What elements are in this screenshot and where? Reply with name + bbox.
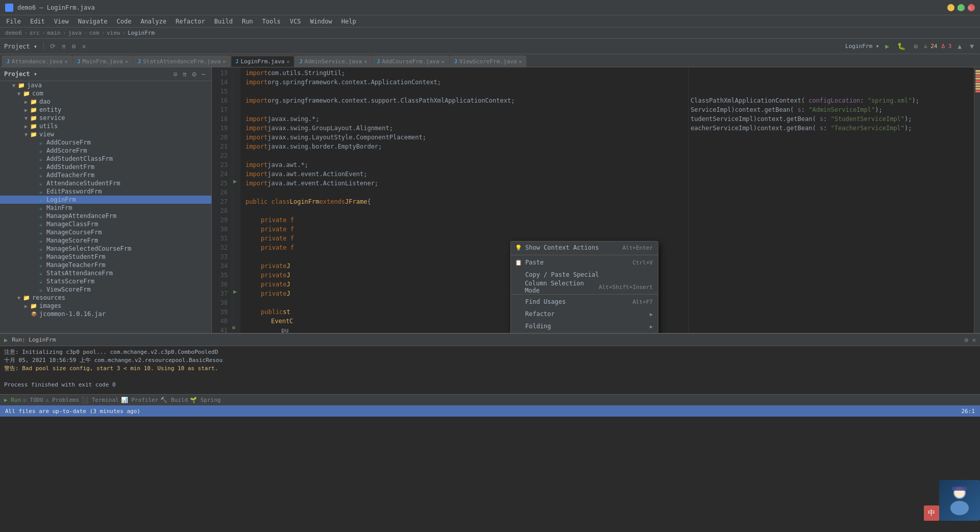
ctx-column-selection[interactable]: Column Selection Mode Alt+Shift+Insert	[511, 281, 658, 293]
tree-item-attendancestudentfrm[interactable]: ▶ ☕ AttendanceStudentFrm	[0, 179, 211, 187]
ctx-copy-paste-special[interactable]: Copy / Paste Special	[511, 269, 658, 281]
sidebar-tree: ▼ 📁 java ▼ 📁 com ▶ 📁 dao ▶	[0, 81, 211, 333]
tab-adminservice[interactable]: J AdminService.java ✕	[295, 56, 372, 67]
title-bar-controls[interactable]: ─ □ ✕	[947, 4, 975, 11]
tab-close[interactable]: ✕	[519, 59, 522, 64]
tab-addcoursefrm[interactable]: J AddCourseFrm.java ✕	[372, 56, 449, 67]
tab-viewscorefrm[interactable]: J ViewScoreFrm.java ✕	[450, 56, 527, 67]
tab-mainfrm[interactable]: J MainFrm.java ✕	[72, 56, 133, 67]
tree-item-addteacherfrm[interactable]: ▶ ☕ AddTeacherFrm	[0, 171, 211, 179]
tree-item-utils[interactable]: ▶ 📁 utils	[0, 122, 211, 130]
toolbar-sep	[43, 42, 44, 51]
breadcrumb-part: java	[68, 30, 82, 36]
tree-item-java[interactable]: ▼ 📁 java	[0, 81, 211, 89]
expand-arrow: ▼	[22, 132, 30, 137]
navigate-down[interactable]: ▼	[968, 41, 976, 51]
tree-item-manageteacherfrm[interactable]: ▶ ☕ ManageTeacherFrm	[0, 261, 211, 269]
tree-item-images[interactable]: ▶ 📁 images	[0, 302, 211, 310]
tree-item-manageselectedcoursefrm[interactable]: ▶ ☕ ManageSelectedCourseFrm	[0, 245, 211, 253]
locate-button[interactable]: ⊙	[172, 69, 179, 79]
spring-tab[interactable]: 🌱 Spring	[190, 397, 220, 403]
tree-item-viewscorefrm[interactable]: ▶ ☕ ViewScoreFrm	[0, 285, 211, 294]
tree-item-mainfrm[interactable]: ▶ ☕ MainFrm	[0, 204, 211, 212]
tree-item-statsattendancefrm[interactable]: ▶ ☕ StatsAttendanceFrm	[0, 269, 211, 277]
tree-item-manageattendancefrm[interactable]: ▶ ☕ ManageAttendanceFrm	[0, 212, 211, 220]
tab-attendance[interactable]: J Attendance.java ✕	[2, 56, 72, 67]
tree-item-jcommon[interactable]: ▶ 📦 jcommon-1.0.16.jar	[0, 310, 211, 318]
tree-item-service[interactable]: ▼ 📁 service	[0, 114, 211, 122]
menu-item-window[interactable]: Window	[306, 17, 336, 26]
menu-item-refactor[interactable]: Refactor	[172, 17, 209, 26]
java-file-icon: ☕	[37, 278, 45, 285]
terminal-tab[interactable]: ⬛ Terminal	[81, 397, 119, 403]
problems-tab[interactable]: ⚠ Problems	[45, 397, 79, 403]
tree-item-statsscorefrm[interactable]: ▶ ☕ StatsScoreFrm	[0, 277, 211, 285]
settings-button[interactable]: ⚙	[70, 41, 78, 51]
tree-item-editpasswordfrm[interactable]: ▶ ☕ EditPasswordFrm	[0, 187, 211, 196]
menu-item-view[interactable]: View	[50, 17, 73, 26]
navigate-up[interactable]: ▲	[955, 41, 964, 51]
tab-close[interactable]: ✕	[442, 59, 445, 64]
maximize-button[interactable]: □	[958, 4, 965, 11]
menu-item-run[interactable]: Run	[238, 17, 257, 26]
tab-close[interactable]: ✕	[125, 59, 128, 64]
tab-loginfrm[interactable]: J LoginFrm.java ✕	[231, 56, 294, 67]
tree-item-managecoursefrm[interactable]: ▶ ☕ ManageCourseFrm	[0, 228, 211, 236]
menu-item-code[interactable]: Code	[113, 17, 136, 26]
tree-item-com[interactable]: ▼ 📁 com	[0, 89, 211, 98]
menu-item-help[interactable]: Help	[337, 17, 360, 26]
menu-item-vcs[interactable]: VCS	[286, 17, 305, 26]
tree-label: AddCourseFrm	[46, 139, 91, 146]
menu-item-tools[interactable]: Tools	[258, 17, 285, 26]
collapse-all-button[interactable]: ⇈	[181, 69, 188, 79]
menu-item-file[interactable]: File	[2, 17, 25, 26]
close-sidebar-button[interactable]: ✕	[80, 41, 88, 51]
ctx-folding[interactable]: Folding ▶	[511, 320, 658, 332]
tree-label: ManageScoreFrm	[46, 237, 98, 244]
run-button[interactable]: ▶	[883, 41, 891, 51]
run-tab[interactable]: ▶ Run	[4, 397, 21, 403]
todo-tab[interactable]: ☑ TODO	[23, 397, 43, 403]
ctx-show-context-actions[interactable]: 💡 Show Context Actions Alt+Enter	[511, 241, 658, 254]
build-tab[interactable]: 🔨 Build	[160, 397, 188, 403]
tree-item-managescorefrm[interactable]: ▶ ☕ ManageScoreFrm	[0, 236, 211, 245]
tree-item-addcoursefrm[interactable]: ▶ ☕ AddCourseFrm	[0, 138, 211, 147]
tree-item-resources[interactable]: ▼ 📁 resources	[0, 294, 211, 302]
tab-statsattendance[interactable]: J StatsAttendanceFrm.java ✕	[133, 56, 230, 67]
tab-close[interactable]: ✕	[364, 59, 367, 64]
tree-item-loginfrm[interactable]: ▶ ☕ LoginFrm	[0, 196, 211, 204]
ctx-find-usages[interactable]: Find Usages Alt+F7	[511, 296, 658, 308]
tab-close[interactable]: ✕	[286, 59, 289, 64]
tree-item-entity[interactable]: ▶ 📁 entity	[0, 106, 211, 114]
tree-item-addscorefrm[interactable]: ▶ ☕ AddScoreFrm	[0, 147, 211, 155]
empty-icon	[515, 310, 522, 318]
tree-item-dao[interactable]: ▶ 📁 dao	[0, 98, 211, 106]
toolbar-more[interactable]: ⚙	[912, 41, 920, 51]
menu-item-analyze[interactable]: Analyze	[136, 17, 170, 26]
settings-icon[interactable]: ⚙	[190, 69, 198, 79]
tree-item-addstudentfrm[interactable]: ▶ ☕ AddStudentFrm	[0, 163, 211, 171]
menu-item-navigate[interactable]: Navigate	[74, 17, 112, 26]
minimize-button[interactable]: ─	[947, 4, 954, 11]
debug-button[interactable]: 🐛	[895, 41, 908, 51]
tree-item-manageclassfrm[interactable]: ▶ ☕ ManageClassFrm	[0, 220, 211, 228]
ctx-paste[interactable]: 📋 Paste Ctrl+V	[511, 256, 658, 269]
status-bar: All files are up-to-date (3 minutes ago)…	[0, 405, 980, 417]
sync-button[interactable]: ⟳	[48, 41, 58, 51]
profiler-tab[interactable]: 📊 Profiler	[121, 397, 159, 403]
sidebar-close-button[interactable]: −	[200, 69, 207, 79]
menu-item-edit[interactable]: Edit	[26, 17, 49, 26]
tree-item-addstudentclassfrm[interactable]: ▶ ☕ AddStudentClassFrm	[0, 155, 211, 163]
tree-item-view[interactable]: ▼ 📁 view	[0, 130, 211, 138]
folder-icon: 📁	[22, 90, 31, 97]
close-run-button[interactable]: ✕	[972, 336, 976, 344]
tree-item-managestudentfrm[interactable]: ▶ ☕ ManageStudentFrm	[0, 253, 211, 261]
tab-close[interactable]: ✕	[223, 59, 226, 64]
ctx-analyze[interactable]: Analyze ▶	[511, 332, 658, 333]
settings-button[interactable]: ⚙	[965, 336, 968, 344]
collapse-button[interactable]: ⇈	[60, 41, 68, 51]
ctx-refactor[interactable]: Refactor ▶	[511, 308, 658, 320]
close-button[interactable]: ✕	[968, 4, 975, 11]
tab-close[interactable]: ✕	[64, 59, 67, 64]
menu-item-build[interactable]: Build	[210, 17, 237, 26]
